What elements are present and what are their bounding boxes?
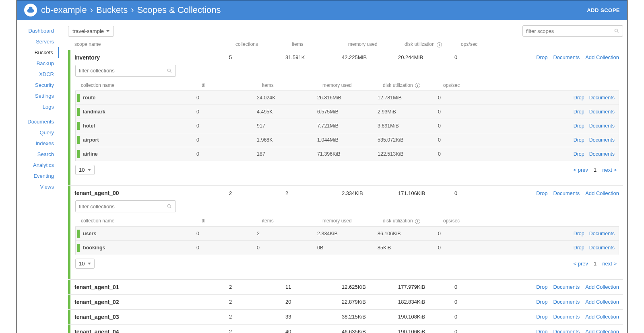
collection-ops: 0 [438, 106, 494, 117]
filter-scopes-field[interactable] [526, 26, 611, 36]
collection-drop-link[interactable]: Drop [574, 137, 584, 143]
info-icon[interactable]: i [437, 42, 442, 47]
collection-row[interactable]: route 0 24.024K 26.816MiB 12.781MiB 0 Dr… [75, 90, 619, 105]
collection-name: hotel [83, 123, 95, 129]
scope-row[interactable]: tenant_agent_01 2 11 12.625KiB 177.979Ki… [70, 280, 623, 294]
collection-memory: 2.334KiB [317, 228, 378, 239]
sidebar-item-settings[interactable]: Settings [17, 90, 59, 101]
collection-drop-link[interactable]: Drop [574, 151, 584, 157]
scope-documents-link[interactable]: Documents [553, 329, 580, 333]
sidebar-item-documents[interactable]: Documents [17, 116, 59, 127]
svg-point-6 [167, 204, 170, 207]
scope-row[interactable]: tenant_agent_03 2 33 38.215KiB 190.108Ki… [70, 310, 623, 324]
scope-add-collection-link[interactable]: Add Collection [585, 284, 619, 290]
collection-row[interactable]: airport 0 1.968K 1.044MiB 535.072KiB 0 D… [75, 133, 619, 147]
scope-row[interactable]: tenant_agent_04 2 40 46.635KiB 190.106Ki… [70, 325, 623, 333]
collection-row[interactable]: landmark 0 4.495K 6.575MiB 2.93MiB 0 Dro… [75, 105, 619, 119]
sidebar-item-analytics[interactable]: Analytics [17, 160, 59, 171]
filter-scopes-input[interactable] [522, 25, 623, 37]
pager-next[interactable]: next > [602, 167, 617, 173]
col-ttl: ttl [202, 218, 262, 224]
scope-drop-link[interactable]: Drop [536, 329, 547, 333]
scope-add-collection-link[interactable]: Add Collection [585, 329, 619, 333]
sidebar-item-logs[interactable]: Logs [17, 101, 59, 112]
scope-drop-link[interactable]: Drop [536, 284, 547, 290]
collection-columns-header: collection name ttl items memory used di… [75, 216, 619, 226]
scope-add-collection-link[interactable]: Add Collection [585, 190, 619, 196]
scope-add-collection-link[interactable]: Add Collection [585, 299, 619, 305]
status-bar-icon [77, 244, 80, 252]
add-scope-button[interactable]: ADD SCOPE [587, 7, 620, 13]
sidebar-item-eventing[interactable]: Eventing [17, 171, 59, 181]
collection-documents-link[interactable]: Documents [589, 245, 615, 251]
sidebar-item-servers[interactable]: Servers [17, 36, 59, 47]
scope-add-collection-link[interactable]: Add Collection [585, 314, 619, 320]
sidebar-item-xdcr[interactable]: XDCR [17, 69, 59, 80]
info-icon[interactable]: i [415, 83, 420, 88]
collection-drop-link[interactable]: Drop [574, 231, 584, 236]
collection-drop-link[interactable]: Drop [574, 245, 584, 251]
scope-drop-link[interactable]: Drop [536, 54, 547, 60]
sidebar-item-buckets[interactable]: Buckets [17, 47, 59, 58]
info-icon[interactable]: i [415, 219, 420, 224]
scope-drop-link[interactable]: Drop [536, 299, 547, 305]
sidebar-item-views[interactable]: Views [17, 181, 59, 192]
filter-collections-field[interactable] [79, 68, 164, 74]
pager-next[interactable]: next > [602, 261, 617, 267]
svg-line-3 [617, 32, 619, 33]
collection-memory: 0B [317, 242, 378, 253]
scope-documents-link[interactable]: Documents [553, 54, 580, 60]
col-disk: disk utilization i [405, 41, 461, 47]
sidebar-item-search[interactable]: Search [17, 149, 59, 160]
sidebar-item-security[interactable]: Security [17, 80, 59, 90]
collection-documents-link[interactable]: Documents [589, 151, 615, 157]
scope-ops: 0 [454, 314, 511, 320]
col-scope-name: scope name [74, 41, 235, 47]
breadcrumb-segment[interactable]: Buckets [96, 5, 128, 15]
scope-drop-link[interactable]: Drop [536, 314, 547, 320]
pager-prev[interactable]: < prev [573, 167, 588, 173]
logo-icon[interactable] [24, 4, 37, 16]
collection-drop-link[interactable]: Drop [574, 95, 584, 101]
bucket-selector[interactable]: travel-sample [68, 26, 114, 37]
collection-row[interactable]: bookings 0 0 0B 85KiB 0 Drop Documents [75, 240, 619, 255]
collection-documents-link[interactable]: Documents [589, 109, 615, 115]
filter-collections-input[interactable] [75, 200, 176, 212]
collection-documents-link[interactable]: Documents [589, 231, 615, 236]
page-size-select[interactable]: 10 [75, 259, 95, 269]
collection-items: 1.968K [257, 134, 317, 146]
scope-row[interactable]: tenant_agent_02 2 20 22.879KiB 182.834Ki… [70, 295, 623, 309]
pager-prev[interactable]: < prev [573, 261, 588, 267]
collection-row[interactable]: users 0 2 2.334KiB 86.106KiB 0 Drop Docu… [75, 226, 619, 240]
sidebar: DashboardServersBucketsBackupXDCRSecurit… [17, 20, 59, 333]
sidebar-item-query[interactable]: Query [17, 127, 59, 138]
breadcrumb-segment[interactable]: cb-example [41, 5, 87, 15]
collection-disk: 86.106KiB [378, 228, 438, 239]
sidebar-item-backup[interactable]: Backup [17, 58, 59, 69]
scope-drop-link[interactable]: Drop [536, 190, 547, 196]
scope-row[interactable]: tenant_agent_00 2 2 2.334KiB 171.106KiB … [70, 186, 623, 200]
scope-block-collapsed: tenant_agent_01 2 11 12.625KiB 177.979Ki… [68, 280, 623, 294]
page-size-select[interactable]: 10 [75, 165, 95, 175]
collection-drop-link[interactable]: Drop [574, 109, 584, 115]
col-coll-name: collection name [81, 82, 202, 88]
collection-row[interactable]: hotel 0 917 7.721MiB 3.891MiB 0 Drop Doc… [75, 119, 619, 133]
scope-memory: 12.625KiB [342, 284, 398, 290]
scope-documents-link[interactable]: Documents [553, 190, 580, 196]
collection-documents-link[interactable]: Documents [589, 95, 615, 101]
sidebar-item-dashboard[interactable]: Dashboard [17, 25, 59, 36]
scope-add-collection-link[interactable]: Add Collection [585, 54, 619, 60]
sidebar-item-indexes[interactable]: Indexes [17, 138, 59, 149]
scope-documents-link[interactable]: Documents [553, 284, 580, 290]
scope-documents-link[interactable]: Documents [553, 299, 580, 305]
collection-row[interactable]: airline 0 187 71.396KiB 122.513KiB 0 Dro… [75, 147, 619, 161]
chevron-right-icon: › [131, 5, 134, 15]
filter-collections-field[interactable] [79, 204, 164, 210]
collection-memory: 26.816MiB [317, 92, 378, 103]
collection-documents-link[interactable]: Documents [589, 123, 615, 129]
scope-row[interactable]: inventory 5 31.591K 42.225MiB 20.244MiB … [70, 50, 623, 65]
collection-drop-link[interactable]: Drop [574, 123, 584, 129]
scope-documents-link[interactable]: Documents [553, 314, 580, 320]
filter-collections-input[interactable] [75, 65, 176, 77]
collection-documents-link[interactable]: Documents [589, 137, 615, 143]
